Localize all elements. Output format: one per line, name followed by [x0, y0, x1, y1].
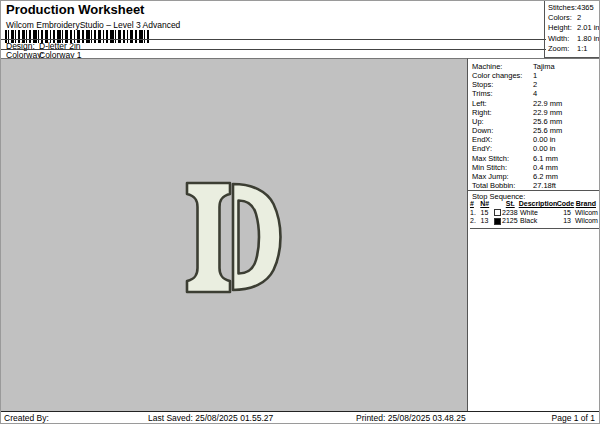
left-label: Left: — [472, 99, 533, 108]
thread-cell: 2125 — [494, 217, 520, 226]
info-row: Left:22.9 mm — [468, 99, 600, 108]
total-bobbin-label: Total Bobbin: — [472, 181, 533, 190]
design-canvas — [1, 58, 467, 411]
up-value: 25.6 mm — [533, 117, 562, 126]
info-row: Color changes:1 — [468, 71, 600, 80]
min-stitch-label: Min Stitch: — [472, 163, 533, 172]
row-num: 1. — [470, 209, 481, 218]
max-stitch-value: 6.1 mm — [533, 154, 558, 163]
zoom-value: 1:1 — [577, 44, 587, 54]
thread-code-num: 13 — [557, 217, 571, 226]
thread-color-chip — [494, 209, 501, 216]
col-num-header: # — [470, 200, 480, 209]
embroidery-letter-d — [186, 181, 287, 293]
page-number: Page 1 of 1 — [552, 413, 595, 423]
col-brand-header: Brand — [576, 200, 599, 209]
footer: Created By: Last Saved: 25/08/2025 01.55… — [1, 411, 599, 424]
height-value: 2.01 in — [577, 23, 600, 33]
info-row: Min Stitch:0.4 mm — [468, 163, 600, 172]
info-row: Max Stitch:6.1 mm — [468, 154, 600, 163]
printed-timestamp: Printed: 25/08/2025 03.48.25 — [356, 413, 466, 423]
divider — [470, 228, 599, 229]
right-value: 22.9 mm — [533, 108, 562, 117]
height-label: Height: — [548, 23, 577, 33]
stops-label: Stops: — [472, 80, 533, 89]
info-row: Machine:Tajima — [468, 62, 600, 71]
last-saved-timestamp: Last Saved: 25/08/2025 01.55.27 — [148, 413, 273, 423]
zoom-label: Zoom: — [548, 44, 577, 54]
info-row: Total Bobbin:27.18ft — [468, 181, 600, 190]
summary-row: Colors:2 — [548, 13, 600, 23]
info-row: EndY:0.00 in — [468, 144, 600, 153]
thread-brand: Wilcom — [575, 209, 599, 218]
info-row: Down:25.6 mm — [468, 126, 600, 135]
thread-code: 2238 — [502, 209, 518, 218]
endx-value: 0.00 in — [533, 135, 556, 144]
summary-row: Zoom:1:1 — [548, 44, 600, 54]
total-bobbin-value: 27.18ft — [533, 181, 556, 190]
color-changes-value: 1 — [533, 71, 537, 80]
left-value: 22.9 mm — [533, 99, 562, 108]
page-title: Production Worksheet — [6, 2, 144, 17]
divider — [1, 49, 546, 50]
machine-info-list: Machine:Tajima Color changes:1 Stops:2 T… — [468, 59, 600, 190]
max-stitch-label: Max Stitch: — [472, 154, 533, 163]
info-row: Right:22.9 mm — [468, 108, 600, 117]
min-stitch-value: 0.4 mm — [533, 163, 558, 172]
needle-num: 15 — [481, 209, 494, 218]
col-st-header: St. — [493, 200, 518, 209]
right-label: Right: — [472, 108, 533, 117]
col-n-header: N# — [480, 200, 493, 209]
summary-row: Width:1.80 in — [548, 34, 600, 44]
endy-label: EndY: — [472, 144, 533, 153]
summary-row: Height:2.01 in — [548, 23, 600, 33]
table-row: 2. 13 2125 Black 13 Wilcom — [470, 217, 599, 226]
colors-label: Colors: — [548, 13, 577, 23]
trims-value: 4 — [533, 89, 537, 98]
thread-brand: Wilcom — [575, 217, 599, 226]
down-label: Down: — [472, 126, 533, 135]
production-worksheet-page: Production Worksheet Wilcom EmbroiderySt… — [0, 0, 600, 424]
info-row: Stops:2 — [468, 80, 600, 89]
stitches-label: Stitches: — [548, 3, 577, 13]
colors-value: 2 — [577, 13, 581, 23]
thread-description: White — [520, 209, 557, 218]
stops-value: 2 — [533, 80, 537, 89]
letter-d-bowl — [233, 184, 281, 290]
thread-description: Black — [520, 217, 557, 226]
color-changes-label: Color changes: — [472, 71, 533, 80]
width-value: 1.80 in — [577, 34, 600, 44]
max-jump-value: 6.2 mm — [533, 172, 558, 181]
machine-label: Machine: — [472, 62, 533, 71]
endy-value: 0.00 in — [533, 144, 556, 153]
info-row: Max Jump:6.2 mm — [468, 172, 600, 181]
machine-value: Tajima — [533, 62, 555, 71]
thread-code: 2125 — [502, 217, 518, 226]
thread-code-num: 15 — [557, 209, 571, 218]
app-subtitle: Wilcom EmbroideryStudio – Level 3 Advanc… — [6, 20, 180, 30]
divider — [468, 190, 600, 191]
stop-sequence-table: # N# St. Description Code Brand 1. 15 22… — [470, 200, 599, 229]
design-summary-box: Stitches:4365 Colors:2 Height:2.01 in Wi… — [544, 1, 600, 58]
trims-label: Trims: — [472, 89, 533, 98]
up-label: Up: — [472, 117, 533, 126]
needle-num: 13 — [481, 217, 494, 226]
endx-label: EndX: — [472, 135, 533, 144]
width-label: Width: — [548, 34, 577, 44]
down-value: 25.6 mm — [533, 126, 562, 135]
info-row: Trims:4 — [468, 89, 600, 98]
summary-row: Stitches:4365 — [548, 3, 600, 13]
letter-d-stem — [187, 183, 230, 292]
col-description-header: Description — [519, 200, 557, 209]
row-num: 2. — [470, 217, 481, 226]
machine-info-panel: Machine:Tajima Color changes:1 Stops:2 T… — [467, 58, 600, 411]
table-row: 1. 15 2238 White 15 Wilcom — [470, 209, 599, 218]
divider — [1, 39, 546, 40]
info-row: EndX:0.00 in — [468, 135, 600, 144]
stop-sequence-header-row: # N# St. Description Code Brand — [470, 200, 599, 209]
thread-cell: 2238 — [494, 209, 520, 218]
info-row: Up:25.6 mm — [468, 117, 600, 126]
col-code-header: Code — [557, 200, 572, 209]
thread-color-chip — [494, 218, 501, 225]
created-by-label: Created By: — [4, 413, 49, 423]
